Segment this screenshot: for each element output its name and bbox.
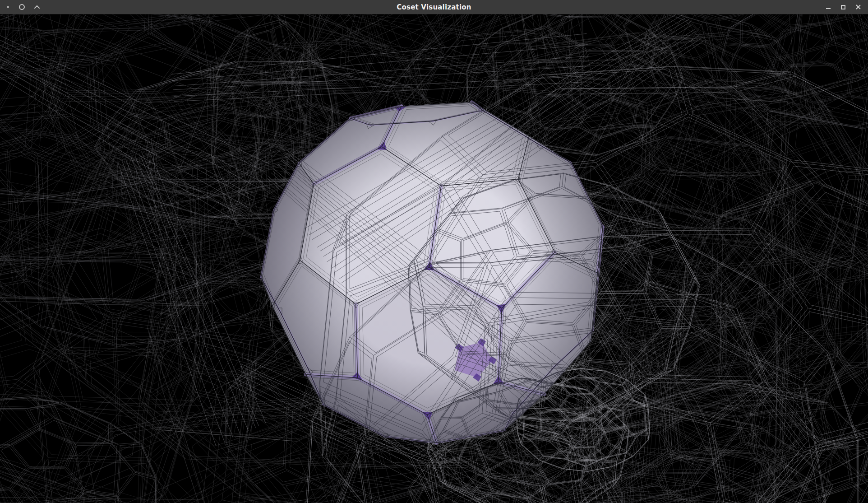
- window-title: Coset Visualization: [0, 0, 868, 14]
- minimize-button[interactable]: [824, 3, 833, 12]
- titlebar[interactable]: Coset Visualization: [0, 0, 868, 14]
- coset-visualization-viewport[interactable]: [0, 14, 868, 503]
- maximize-button[interactable]: [839, 3, 848, 12]
- close-button[interactable]: [854, 3, 863, 12]
